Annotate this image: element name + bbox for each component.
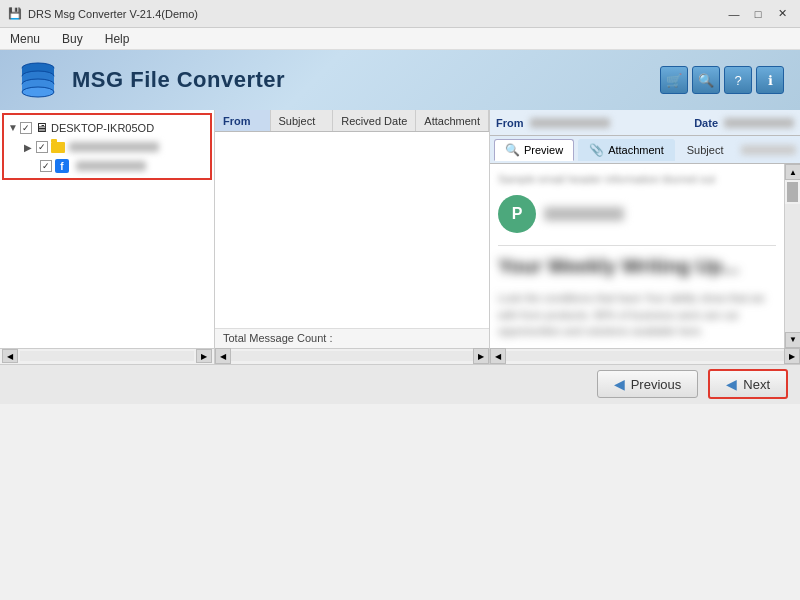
title-bar-title: 💾 DRS Msg Converter V-21.4(Demo) xyxy=(8,7,198,20)
app-header-title: MSG File Converter xyxy=(16,58,285,102)
previous-label: Previous xyxy=(631,377,682,392)
window-title: DRS Msg Converter V-21.4(Demo) xyxy=(28,8,198,20)
svg-point-6 xyxy=(22,87,54,97)
menu-item-buy[interactable]: Buy xyxy=(56,30,89,48)
preview-tab-icon: 🔍 xyxy=(505,143,520,157)
message-list-body[interactable] xyxy=(215,132,489,328)
maximize-button[interactable]: □ xyxy=(748,5,768,23)
from-label: From xyxy=(496,117,524,129)
tab-preview-label: Preview xyxy=(524,144,563,156)
right-hscroll-track xyxy=(506,351,784,361)
menu-item-help[interactable]: Help xyxy=(99,30,136,48)
scrollbar-track xyxy=(785,204,800,332)
preview-avatar-row: P xyxy=(498,195,776,233)
expand-icon: ▼ xyxy=(8,122,18,133)
menu-item-menu[interactable]: Menu xyxy=(4,30,46,48)
scroll-track xyxy=(20,351,194,361)
preview-tabs-row: 🔍 Preview 📎 Attachment Subject xyxy=(490,136,800,164)
preview-body[interactable]: Sample email header information blurred … xyxy=(490,164,784,348)
tab-attachment[interactable]: 📎 Attachment xyxy=(578,139,675,161)
title-bar-controls: — □ ✕ xyxy=(724,5,792,23)
checkbox-sub1[interactable] xyxy=(36,141,48,153)
tree-item-sub1[interactable]: ▶ xyxy=(4,138,210,156)
preview-sender-blurred xyxy=(544,207,624,221)
total-count-label: Total Message Count : xyxy=(223,332,332,344)
col-header-attachment[interactable]: Attachment xyxy=(416,110,489,131)
tree-label-desktop: DESKTOP-IKR05OD xyxy=(51,122,154,134)
close-button[interactable]: ✕ xyxy=(772,5,792,23)
folder-icon-sub1 xyxy=(51,142,65,153)
right-panel: From Date 🔍 Preview 📎 Attachment Subject xyxy=(490,110,800,364)
preview-scrollbar[interactable]: ▲ ▼ xyxy=(784,164,800,348)
cart-icon-button[interactable]: 🛒 xyxy=(660,66,688,94)
middle-hscroll[interactable]: ◀ ▶ xyxy=(215,348,489,364)
middle-panel: From Subject Recived Date Attachment Tot… xyxy=(215,110,490,364)
col-header-subject[interactable]: Subject xyxy=(271,110,334,131)
app-header: MSG File Converter 🛒 🔍 ? ℹ xyxy=(0,50,800,110)
app-title: MSG File Converter xyxy=(72,67,285,93)
minimize-button[interactable]: — xyxy=(724,5,744,23)
title-bar: 💾 DRS Msg Converter V-21.4(Demo) — □ ✕ xyxy=(0,0,800,28)
scroll-right-arrow[interactable]: ▶ xyxy=(196,349,212,363)
preview-subject-blurred: Your Weekly Writing Up... xyxy=(498,254,776,278)
hscroll-right[interactable]: ▶ xyxy=(473,348,489,364)
hscroll-track xyxy=(231,351,473,361)
tree-label-sub2-blurred xyxy=(76,161,146,171)
tab-preview[interactable]: 🔍 Preview xyxy=(494,139,574,161)
info-icon-button[interactable]: ℹ xyxy=(756,66,784,94)
next-label: Next xyxy=(743,377,770,392)
tab-extra-blurred xyxy=(741,145,796,155)
tab-attachment-label: Attachment xyxy=(608,144,664,156)
right-hscroll-right[interactable]: ▶ xyxy=(784,348,800,364)
date-value-blurred xyxy=(724,118,794,128)
preview-scroll-outer: Sample email header information blurred … xyxy=(490,164,800,348)
date-label: Date xyxy=(694,117,718,129)
tree-item-desktop[interactable]: ▼ 🖥 DESKTOP-IKR05OD xyxy=(4,117,210,138)
app-logo xyxy=(16,58,60,102)
tree-item-sub2[interactable]: f xyxy=(4,156,210,176)
expand-icon-sub1: ▶ xyxy=(24,142,34,153)
next-button[interactable]: ◀ Next xyxy=(708,369,788,399)
scroll-left-arrow[interactable]: ◀ xyxy=(2,349,18,363)
scrollbar-thumb[interactable] xyxy=(787,182,798,202)
pc-icon: 🖥 xyxy=(35,120,48,135)
fb-icon: f xyxy=(55,159,69,173)
app-icon: 💾 xyxy=(8,7,22,20)
scrollbar-up-arrow[interactable]: ▲ xyxy=(785,164,800,180)
from-date-bar: From Date xyxy=(490,110,800,136)
search-icon-button[interactable]: 🔍 xyxy=(692,66,720,94)
column-headers: From Subject Recived Date Attachment xyxy=(215,110,489,132)
attachment-tab-icon: 📎 xyxy=(589,143,604,157)
left-panel: ▼ 🖥 DESKTOP-IKR05OD ▶ f xyxy=(0,110,215,364)
left-panel-hscroll[interactable]: ◀ ▶ xyxy=(0,348,214,364)
menu-bar: Menu Buy Help xyxy=(0,28,800,50)
preview-body-blurred: Look the conditions that have Your abili… xyxy=(498,290,776,340)
main-panels: ▼ 🖥 DESKTOP-IKR05OD ▶ f xyxy=(0,110,800,364)
previous-button[interactable]: ◀ Previous xyxy=(597,370,699,398)
from-value-blurred xyxy=(530,118,610,128)
scrollbar-down-arrow[interactable]: ▼ xyxy=(785,332,800,348)
tree-label-sub1-blurred xyxy=(69,142,159,152)
right-hscroll[interactable]: ◀ ▶ xyxy=(490,348,800,364)
tab-subject[interactable]: Subject xyxy=(679,144,732,156)
preview-email-header: Sample email header information blurred … xyxy=(498,172,776,187)
checkbox-sub2[interactable] xyxy=(40,160,52,172)
next-icon: ◀ xyxy=(726,376,737,392)
hscroll-left[interactable]: ◀ xyxy=(215,348,231,364)
previous-icon: ◀ xyxy=(614,376,625,392)
bottom-bar: ◀ Previous ◀ Next xyxy=(0,364,800,404)
help-icon-button[interactable]: ? xyxy=(724,66,752,94)
folder-tree: ▼ 🖥 DESKTOP-IKR05OD ▶ f xyxy=(0,110,214,348)
col-header-date[interactable]: Recived Date xyxy=(333,110,416,131)
preview-avatar: P xyxy=(498,195,536,233)
checkbox-desktop[interactable] xyxy=(20,122,32,134)
right-hscroll-left[interactable]: ◀ xyxy=(490,348,506,364)
header-icons: 🛒 🔍 ? ℹ xyxy=(660,66,784,94)
total-count: Total Message Count : xyxy=(215,328,489,348)
col-header-from[interactable]: From xyxy=(215,110,271,131)
preview-divider xyxy=(498,245,776,246)
